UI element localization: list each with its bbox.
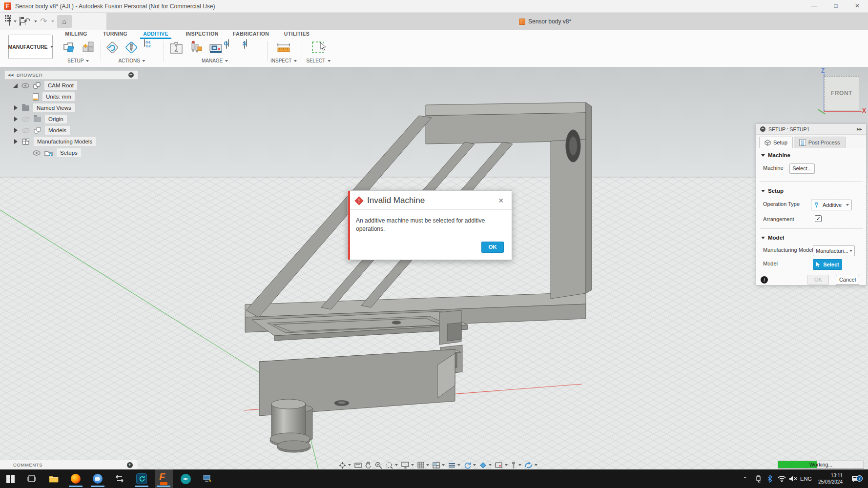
orbit-button[interactable] (339, 462, 351, 469)
visibility-eye-icon[interactable] (21, 83, 29, 88)
collapse-browser-icon[interactable]: ◀◀ (8, 73, 14, 77)
browser-header[interactable]: ◀◀ BROWSER − (4, 70, 138, 80)
display-settings-button[interactable] (401, 462, 414, 468)
start-button[interactable] (2, 471, 19, 487)
model-section-header[interactable]: Model (756, 235, 784, 241)
app-grid-icon[interactable] (5, 15, 6, 28)
model-select-button[interactable]: Select (813, 259, 842, 270)
redo-button[interactable]: ↷ (40, 15, 47, 28)
operation-type-dropdown[interactable]: Additive (811, 200, 852, 210)
document-tab[interactable]: Sensor body v8* (519, 13, 571, 30)
add-comment-icon[interactable]: + (127, 462, 133, 468)
sync-app-icon[interactable] (133, 471, 150, 487)
comments-bar[interactable]: COMMENTS + (0, 460, 138, 469)
tree-label[interactable]: Named Views (33, 103, 75, 112)
grid-snaps-button[interactable] (417, 462, 429, 468)
tree-label[interactable]: Origin (45, 115, 67, 123)
file-menu-button[interactable] (9, 15, 10, 28)
setup-section-header[interactable]: Setup (756, 188, 784, 194)
tree-label[interactable]: Models (45, 126, 70, 135)
redo-caret[interactable] (51, 20, 54, 22)
wifi-icon[interactable] (776, 469, 787, 488)
action-center-icon[interactable]: 7 (848, 469, 863, 488)
setup-panel-header[interactable]: − SETUP : SETUP1 ▶▶ (756, 124, 866, 135)
bluetooth-icon[interactable] (765, 469, 775, 488)
arrangement-icon[interactable] (81, 41, 96, 55)
save-button[interactable] (20, 15, 21, 28)
collapsed-arrow-icon[interactable] (14, 117, 18, 122)
tray-chevron-icon[interactable]: ⌃ (739, 469, 751, 488)
section-collapse-icon[interactable] (761, 190, 765, 192)
firefox-icon[interactable] (67, 471, 84, 487)
visibility-off-eye-icon[interactable] (22, 128, 30, 133)
post-process-icon[interactable]: G1G2 (144, 40, 159, 54)
tab-turning[interactable]: TURNING (103, 31, 127, 37)
collapsed-arrow-icon[interactable] (14, 105, 18, 110)
panel-minimize-icon[interactable]: − (760, 126, 765, 132)
appearance-button[interactable] (479, 462, 492, 469)
undo-caret[interactable] (34, 20, 37, 22)
probe-library-icon[interactable] (169, 41, 184, 55)
info-icon[interactable]: i (761, 276, 768, 284)
tree-item-cam-root[interactable]: CAM Root (4, 80, 138, 91)
machine-section-header[interactable]: Machine (756, 152, 790, 158)
tool-display-button[interactable] (511, 462, 521, 469)
refresh-button[interactable] (464, 462, 476, 469)
thunderbird-icon[interactable] (89, 471, 106, 487)
visibility-eye-icon[interactable] (33, 150, 41, 156)
zoom-window-button[interactable] (386, 462, 398, 469)
viewcube[interactable]: FRONT Z X (811, 68, 868, 117)
tree-item-models[interactable]: Models (4, 125, 138, 136)
maximize-button[interactable]: □ (825, 0, 847, 12)
tab-utilities[interactable]: UTILITIES (284, 31, 310, 37)
tab-milling[interactable]: MILLING (65, 31, 87, 37)
file-menu-caret[interactable] (14, 20, 17, 22)
file-explorer-icon[interactable] (45, 471, 62, 487)
undo-button[interactable]: ↶ (23, 15, 30, 28)
browser-minimize-icon[interactable]: − (128, 72, 134, 78)
manufacturing-model-dropdown[interactable]: Manufacturi... (813, 245, 855, 256)
viewcube-front-face[interactable]: FRONT (824, 76, 859, 110)
tab-additive[interactable]: ADDITIVE (143, 31, 168, 37)
tool-library-icon[interactable] (189, 41, 204, 55)
visibility-off-eye-icon[interactable] (22, 117, 30, 122)
file-transfer-icon[interactable] (111, 471, 128, 487)
expanded-arrow-icon[interactable] (13, 83, 18, 88)
task-view-button[interactable] (23, 471, 40, 487)
viewports-button[interactable] (433, 462, 445, 468)
tree-item-named-views[interactable]: Named Views (4, 102, 138, 113)
tab-setup[interactable]: Setup (759, 137, 793, 148)
tree-item-manufacturing-models[interactable]: Manufacturing Models (4, 136, 138, 147)
home-view-button[interactable]: ⌂ (57, 15, 72, 28)
collapsed-arrow-icon[interactable] (14, 139, 18, 144)
machine-library-icon[interactable] (208, 41, 223, 55)
collapsed-arrow-icon[interactable] (14, 128, 18, 133)
select-icon[interactable] (311, 41, 326, 55)
post-library-icon[interactable]: G (228, 40, 243, 54)
fusion-360-icon[interactable]: F (155, 471, 172, 487)
close-button[interactable]: ✕ (847, 0, 868, 12)
panel-expand-icon[interactable]: ▶▶ (857, 127, 862, 131)
tree-label[interactable]: CAM Root (44, 81, 77, 90)
group-label-actions[interactable]: ACTIONS (118, 58, 145, 63)
look-at-button[interactable] (354, 462, 362, 468)
zoom-button[interactable] (375, 462, 382, 469)
usb-device-icon[interactable] (753, 469, 764, 488)
tree-item-setups[interactable]: Setups (4, 147, 138, 158)
simulation-display-button[interactable] (495, 462, 508, 468)
3d-model[interactable] (245, 102, 592, 452)
section-collapse-icon[interactable] (761, 237, 765, 239)
tab-fabrication[interactable]: FABRICATION (233, 31, 269, 37)
clock-tray[interactable]: 13:11 25/09/2024 (808, 469, 843, 488)
volume-muted-icon[interactable] (787, 469, 799, 488)
tab-inspection[interactable]: INSPECTION (186, 31, 218, 37)
section-collapse-icon[interactable] (761, 154, 765, 157)
group-label-manage[interactable]: MANAGE (202, 58, 228, 63)
visibility-stack-button[interactable] (448, 462, 460, 468)
template-library-icon[interactable]: S (246, 40, 261, 54)
machine-select-button[interactable]: Select... (789, 163, 815, 174)
tree-label[interactable]: Units: mm (42, 92, 75, 101)
measure-icon[interactable] (276, 41, 291, 55)
dialog-close-icon[interactable]: ✕ (496, 196, 506, 205)
generate-toolpath-icon[interactable] (105, 41, 120, 55)
